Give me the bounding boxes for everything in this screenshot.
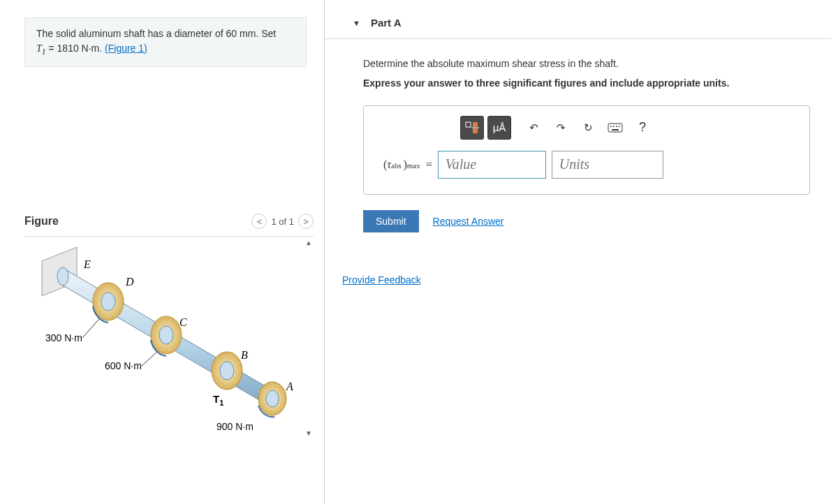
collapse-caret-icon[interactable]: ▼ xyxy=(353,19,360,27)
svg-point-2 xyxy=(57,267,68,286)
redo-button[interactable]: ↷ xyxy=(549,116,573,140)
keyboard-icon xyxy=(608,123,623,133)
scroll-down-icon[interactable]: ▼ xyxy=(303,427,314,438)
right-panel: ▼ Part A Determine the absolute maximum … xyxy=(325,0,838,504)
part-header[interactable]: ▼ Part A xyxy=(325,0,831,39)
shaft-diagram: E D C B A 300 N·m 600 N·m T1 900 N·m xyxy=(24,240,304,436)
keyboard-button[interactable] xyxy=(603,116,627,140)
units-button[interactable]: μÅ xyxy=(487,116,511,140)
svg-point-11 xyxy=(266,390,279,407)
figure-title: Figure xyxy=(24,215,59,228)
svg-rect-16 xyxy=(473,128,478,133)
request-answer-link[interactable]: Request Answer xyxy=(433,216,504,227)
question-instruction: Express your answer to three significant… xyxy=(363,75,810,91)
svg-point-7 xyxy=(159,326,173,344)
figure-header: Figure < 1 of 1 > xyxy=(24,214,314,229)
pager-prev-button[interactable]: < xyxy=(251,214,267,229)
svg-point-19 xyxy=(610,126,612,127)
answer-lhs: (τabs )max = xyxy=(383,158,432,171)
answer-toolbar: μÅ ↶ ↷ ↻ ? xyxy=(460,116,790,140)
undo-button[interactable]: ↶ xyxy=(522,116,545,140)
submit-row: Submit Request Answer xyxy=(363,210,838,232)
diameter-value: 60 mm xyxy=(226,28,256,39)
svg-rect-14 xyxy=(466,122,471,127)
label-600: 600 N·m xyxy=(105,360,142,371)
problem-text-1: The solid aluminum shaft has a diameter … xyxy=(36,28,226,39)
label-A: A xyxy=(286,380,293,392)
label-C: C xyxy=(179,316,187,328)
answer-box: μÅ ↶ ↷ ↻ ? (τabs )max = xyxy=(363,105,810,195)
svg-point-9 xyxy=(220,362,234,380)
svg-rect-23 xyxy=(612,129,619,131)
svg-point-22 xyxy=(619,126,620,127)
label-300: 300 N·m xyxy=(45,332,82,343)
pager-next-button[interactable]: > xyxy=(298,214,314,229)
label-T1: T1 xyxy=(213,393,223,407)
provide-feedback-link[interactable]: Provide Feedback xyxy=(342,274,838,286)
label-900: 900 N·m xyxy=(216,421,253,432)
units-input[interactable] xyxy=(552,151,663,179)
help-button[interactable]: ? xyxy=(631,116,654,140)
label-D: D xyxy=(125,276,134,288)
svg-point-20 xyxy=(613,126,615,127)
svg-line-13 xyxy=(142,352,157,366)
templates-button[interactable] xyxy=(460,116,484,140)
pager-text: 1 of 1 xyxy=(271,216,294,227)
left-panel: The solid aluminum shaft has a diameter … xyxy=(0,0,325,504)
svg-rect-15 xyxy=(473,122,478,127)
answer-row: (τabs )max = xyxy=(383,151,790,179)
figure-area: E D C B A 300 N·m 600 N·m T1 900 N·m ▲ ▼ xyxy=(24,236,314,438)
figure-link[interactable]: (Figure 1) xyxy=(105,43,147,54)
svg-line-12 xyxy=(82,319,99,338)
question-block: Determine the absolute maximum shear str… xyxy=(325,39,838,94)
figure-pager: < 1 of 1 > xyxy=(251,214,314,229)
reset-button[interactable]: ↻ xyxy=(576,116,600,140)
submit-button[interactable]: Submit xyxy=(363,210,419,232)
svg-rect-18 xyxy=(608,124,622,132)
scroll-up-icon[interactable]: ▲ xyxy=(303,237,314,248)
label-E: E xyxy=(83,258,91,270)
svg-point-5 xyxy=(101,292,115,311)
svg-point-21 xyxy=(616,126,617,127)
eq-text: = 1810 N·m. xyxy=(46,43,105,54)
figure-scrollbar[interactable]: ▲ ▼ xyxy=(303,237,314,438)
part-title: Part A xyxy=(371,17,402,29)
problem-statement: The solid aluminum shaft has a diameter … xyxy=(24,17,307,67)
value-input[interactable] xyxy=(438,151,546,179)
var-T1: T1 xyxy=(36,43,46,54)
problem-text-2: . Set xyxy=(256,28,276,39)
question-prompt: Determine the absolute maximum shear str… xyxy=(363,56,810,71)
fraction-icon xyxy=(464,121,480,134)
label-B: B xyxy=(241,349,248,361)
